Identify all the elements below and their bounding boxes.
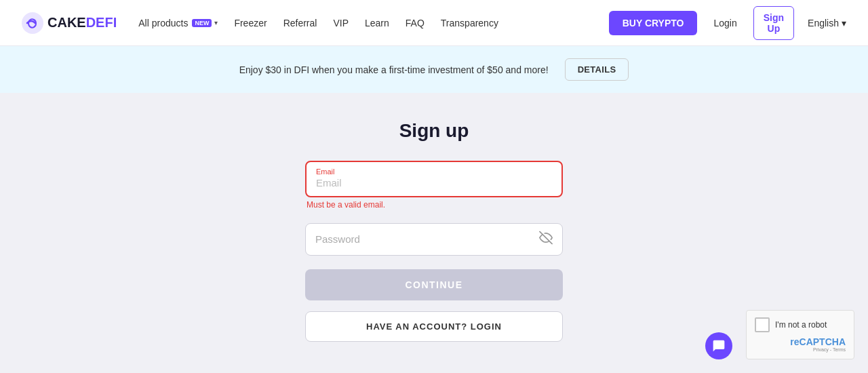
chevron-down-icon: ▾ — [214, 19, 218, 26]
new-badge: NEW — [192, 19, 212, 27]
signup-button[interactable]: Sign Up — [753, 6, 794, 40]
email-error-message: Must be a valid email. — [305, 200, 563, 210]
logo-defi: DEFI — [86, 15, 117, 30]
signup-title: Sign up — [399, 120, 469, 142]
nav-vip[interactable]: VIP — [333, 18, 349, 28]
promo-text: Enjoy $30 in DFI when you make a first-t… — [239, 64, 549, 75]
language-text: English — [808, 18, 839, 28]
password-toggle-icon[interactable] — [539, 231, 553, 248]
promo-banner: Enjoy $30 in DFI when you make a first-t… — [0, 46, 868, 93]
logo-cake: CAKE — [47, 15, 86, 30]
password-input-group — [305, 223, 563, 256]
recaptcha-branding: reCAPTCHA Privacy - Terms — [755, 336, 846, 352]
have-account-button[interactable]: HAVE AN ACCOUNT? LOGIN — [305, 311, 563, 342]
logo-icon — [22, 12, 43, 34]
nav-freezer[interactable]: Freezer — [234, 18, 267, 28]
password-input[interactable] — [315, 233, 532, 245]
recaptcha-widget: I'm not a robot reCAPTCHA Privacy - Term… — [746, 310, 854, 359]
recaptcha-label: I'm not a robot — [775, 320, 827, 330]
email-input[interactable] — [316, 177, 552, 189]
login-button[interactable]: Login — [705, 12, 745, 34]
nav-items: All products NEW ▾ Freezer Referral VIP … — [138, 18, 498, 28]
email-label: Email — [316, 168, 552, 176]
nav-faq[interactable]: FAQ — [406, 18, 425, 28]
navbar-right: BUY CRYPTO Login Sign Up English ▾ — [609, 6, 846, 40]
main-content: Sign up Email Must be a valid email. — [0, 93, 868, 355]
nav-transparency[interactable]: Transparency — [441, 18, 498, 28]
chat-icon — [712, 339, 726, 353]
buy-crypto-button[interactable]: BUY CRYPTO — [609, 11, 698, 35]
logo[interactable]: CAKEDEFI — [22, 12, 117, 34]
recaptcha-checkbox[interactable] — [755, 317, 770, 332]
navbar: CAKEDEFI All products NEW ▾ Freezer Refe… — [0, 0, 868, 46]
email-field-wrapper: Email Must be a valid email. — [305, 161, 563, 220]
nav-learn[interactable]: Learn — [365, 18, 389, 28]
email-input-group: Email — [305, 161, 563, 197]
signup-form: Email Must be a valid email. CONTINUE HA… — [305, 161, 563, 342]
language-chevron-icon: ▾ — [842, 18, 846, 28]
chat-bubble[interactable] — [705, 332, 732, 359]
language-selector[interactable]: English ▾ — [808, 18, 846, 28]
navbar-left: CAKEDEFI All products NEW ▾ Freezer Refe… — [22, 12, 609, 34]
nav-allproducts[interactable]: All products NEW ▾ — [138, 18, 218, 28]
continue-button[interactable]: CONTINUE — [305, 269, 563, 300]
svg-point-0 — [22, 12, 43, 34]
details-button[interactable]: DETAILS — [565, 58, 629, 81]
nav-referral[interactable]: Referral — [283, 18, 317, 28]
